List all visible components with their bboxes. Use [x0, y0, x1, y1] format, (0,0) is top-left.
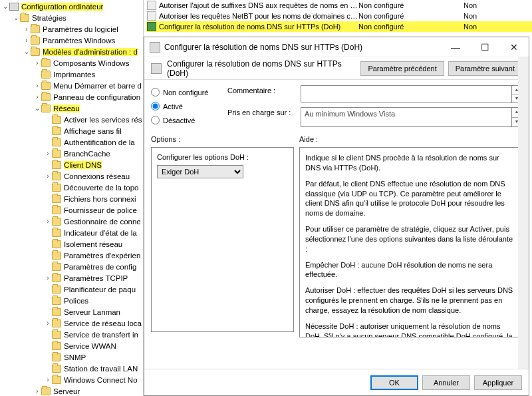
- tree-label: Serveur Lanman: [64, 308, 120, 316]
- tree-item[interactable]: ·Découverte de la topo: [0, 182, 143, 193]
- tree-item[interactable]: ›BranchCache: [0, 148, 143, 159]
- dialog-titlebar: Configurer la résolution de noms DNS sur…: [144, 37, 529, 57]
- policy-state: Non configuré: [358, 1, 464, 9]
- tree-item[interactable]: ·Activer les services rés: [0, 114, 143, 125]
- expand-icon[interactable]: ›: [23, 37, 31, 44]
- collapse-icon[interactable]: ⌄: [23, 48, 31, 55]
- ok-button[interactable]: OK: [370, 375, 418, 390]
- tree-item[interactable]: ⌄Stratégies: [0, 12, 143, 23]
- expand-icon[interactable]: ›: [33, 387, 41, 395]
- tree-item[interactable]: ·Station de travail LAN: [0, 363, 143, 374]
- tree-item[interactable]: ·SNMP: [0, 351, 143, 363]
- tree-label: Windows Connect No: [64, 376, 138, 384]
- folder-icon: [52, 172, 61, 180]
- expand-icon[interactable]: ›: [44, 218, 52, 225]
- help-text: Indique si le client DNS procède à la ré…: [299, 147, 522, 337]
- tree-item[interactable]: ⌄Modèles d'administration : d: [0, 46, 143, 57]
- expand-icon[interactable]: ›: [33, 59, 41, 67]
- tree-item[interactable]: ›Windows Connect No: [0, 374, 143, 385]
- help-paragraph: Autoriser DoH : effectuer des requêtes D…: [305, 286, 516, 315]
- expand-icon[interactable]: ›: [44, 376, 52, 383]
- folder-icon: [52, 342, 61, 350]
- folder-icon: [52, 353, 61, 361]
- tree-item[interactable]: ›Connexions réseau: [0, 170, 143, 182]
- doh-option-label: Configurer les options DoH :: [157, 153, 288, 161]
- minimize-button[interactable]: —: [441, 38, 470, 57]
- folder-icon: [52, 229, 61, 237]
- tree-item[interactable]: ·Imprimantes: [0, 69, 143, 80]
- policy-row[interactable]: Autoriser les requêtes NetBT pour les no…: [146, 11, 532, 21]
- close-button[interactable]: ✕: [499, 38, 529, 57]
- tree-item[interactable]: ·Planificateur de paqu: [0, 284, 143, 295]
- tree-item[interactable]: ›Serveur: [0, 385, 143, 396]
- state-radio-group: Non configuré Activé Désactivé: [151, 85, 227, 131]
- tree-item[interactable]: ›Composants Windows: [0, 57, 143, 69]
- collapse-icon[interactable]: ⌄: [12, 14, 20, 21]
- tree-label: Service de transfert in: [64, 331, 138, 339]
- folder-icon: [52, 127, 61, 135]
- tree-item[interactable]: ›Panneau de configuration: [0, 91, 143, 102]
- tree-label: Connexions réseau: [64, 172, 130, 180]
- policy-settings-dialog: Configurer la résolution de noms DNS sur…: [144, 37, 529, 396]
- expand-icon[interactable]: ›: [33, 82, 41, 89]
- policy-name: Configurer la résolution de noms DNS sur…: [159, 23, 358, 31]
- tree-label: Service de réseau loca: [64, 319, 142, 327]
- tree-item[interactable]: ·Serveur Lanman: [0, 306, 143, 317]
- expand-icon[interactable]: ›: [44, 274, 52, 282]
- dialog-title: Configurer la résolution de noms DNS sur…: [164, 43, 441, 52]
- tree-item[interactable]: ·Isolement réseau: [0, 238, 143, 250]
- comment-textbox[interactable]: [301, 85, 511, 102]
- tree-label: Modèles d'administration : d: [43, 48, 138, 56]
- apply-button[interactable]: Appliquer: [474, 375, 522, 390]
- tree-item[interactable]: ·Polices: [0, 295, 143, 306]
- tree-item[interactable]: ⌄Configuration ordinateur: [0, 1, 143, 12]
- tree-item[interactable]: ·Affichage sans fil: [0, 125, 143, 136]
- folder-icon: [52, 195, 61, 203]
- policy-row[interactable]: Configurer la résolution de noms DNS sur…: [146, 21, 532, 32]
- tree-item[interactable]: ·Fournisseur de police: [0, 204, 143, 216]
- tree-label: Paramètres de config: [64, 263, 136, 271]
- dialog-scrollbar[interactable]: [518, 57, 529, 369]
- tree-item[interactable]: ›Gestionnaire de conne: [0, 216, 143, 227]
- supported-value: Au minimum Windows Vista: [301, 107, 511, 127]
- expand-icon[interactable]: ›: [23, 25, 31, 33]
- maximize-button[interactable]: ☐: [470, 38, 499, 57]
- folder-icon: [52, 297, 61, 305]
- folder-icon: [52, 218, 61, 226]
- doh-option-select[interactable]: Exiger DoH: [157, 165, 243, 178]
- tree-item[interactable]: ·Paramètres d'expérien: [0, 250, 143, 261]
- cancel-button[interactable]: Annuler: [422, 375, 470, 390]
- tree-item[interactable]: ·Fichiers hors connexi: [0, 193, 143, 204]
- collapse-icon[interactable]: ⌄: [33, 104, 41, 112]
- previous-setting-button[interactable]: Paramètre précédent: [360, 61, 444, 76]
- policy-row[interactable]: Autoriser l'ajout de suffixes DNS aux re…: [146, 0, 532, 11]
- tree-label: Authentification de la: [64, 138, 135, 146]
- tree-item[interactable]: ›Service de réseau loca: [0, 317, 143, 329]
- expand-icon[interactable]: ›: [33, 93, 41, 100]
- tree-item[interactable]: ›Menu Démarrer et barre d: [0, 80, 143, 91]
- folder-icon: [41, 104, 51, 112]
- folder-icon: [31, 48, 40, 56]
- expand-icon[interactable]: ›: [44, 172, 52, 180]
- tree-item[interactable]: ·Indicateur d'état de la: [0, 227, 143, 238]
- tree-label: BranchCache: [64, 150, 110, 158]
- tree-item[interactable]: ·Authentification de la: [0, 136, 143, 148]
- tree-item[interactable]: ›Paramètres TCPIP: [0, 272, 143, 284]
- radio-not-configured[interactable]: Non configuré: [151, 85, 227, 99]
- policy-tree[interactable]: ⌄Configuration ordinateur⌄Stratégies›Par…: [0, 0, 144, 396]
- policy-icon: [147, 1, 156, 10]
- tree-item[interactable]: ·Paramètres de config: [0, 261, 143, 272]
- tree-item[interactable]: ⌄Réseau: [0, 102, 143, 114]
- tree-label: Isolement réseau: [64, 240, 122, 248]
- radio-enabled[interactable]: Activé: [151, 99, 227, 113]
- expand-icon[interactable]: ›: [44, 319, 52, 327]
- next-setting-button[interactable]: Paramètre suivant: [448, 61, 522, 76]
- tree-item[interactable]: ·Service de transfert in: [0, 329, 143, 340]
- tree-item[interactable]: ›Paramètres Windows: [0, 35, 143, 46]
- tree-item[interactable]: ·Service WWAN: [0, 340, 143, 351]
- collapse-icon[interactable]: ⌄: [1, 3, 9, 10]
- tree-item[interactable]: ›Paramètres du logiciel: [0, 23, 143, 35]
- expand-icon[interactable]: ›: [44, 150, 52, 157]
- radio-disabled[interactable]: Désactivé: [151, 113, 227, 127]
- tree-item[interactable]: ·Client DNS: [0, 159, 143, 170]
